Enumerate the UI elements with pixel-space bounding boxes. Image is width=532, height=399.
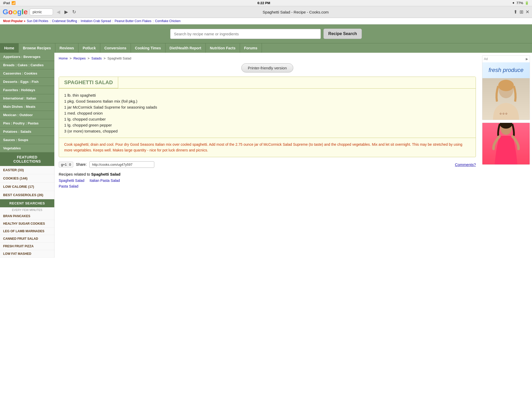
ingredients-list: 1 lb. thin spaghetti 1 pkg. Good Seasons… — [64, 92, 470, 134]
popular-bar: Most Popular » Sun Dill Pickles : Crabme… — [0, 18, 532, 24]
comments-link[interactable]: Comments? — [455, 162, 476, 167]
nav-reviews[interactable]: Reviews — [55, 43, 78, 53]
ad-block-pink-dress — [482, 123, 530, 165]
sidebar-cat-main-dishes[interactable]: Main Dishes : Meats — [0, 103, 54, 111]
related-links: Spaghetti Salad Italian Pasta Salad — [59, 178, 476, 183]
status-left: iPad 📶 — [3, 1, 16, 5]
gplus-count: 0 — [68, 163, 71, 167]
sidebar-cat-sauces[interactable]: Sauces : Soups — [0, 136, 54, 144]
nav-browse-recipes[interactable]: Browse Recipes — [19, 43, 55, 53]
browser-actions: ⬆ ⊞ ✕ — [514, 9, 529, 15]
back-button[interactable]: ◀ — [55, 9, 62, 15]
popular-link-0[interactable]: Sun Dill Pickles — [27, 19, 48, 23]
popular-link-3[interactable]: Peanut Butter Corn Flakes — [115, 19, 151, 23]
sidebar-collection-easter[interactable]: EASTER (33) — [0, 166, 54, 174]
recipe-title: SPAGHETTI SALAD — [59, 77, 476, 89]
sidebar-collection-best-casseroles[interactable]: BEST CASSEROLES (26) — [0, 191, 54, 199]
status-time: 6:22 PM — [257, 1, 270, 5]
ad-header-1: Ad ▶ — [482, 56, 530, 62]
ingredient-5: 1 lg. chopped green pepper — [64, 122, 470, 128]
sidebar-featured-label: FEATUREDCOLLECTIONS — [0, 152, 54, 166]
sidebar-search-fresh-fruit[interactable]: FRESH FRUIT PIZZA — [0, 243, 54, 250]
popular-link-1[interactable]: Crabmeat Stuffing — [52, 19, 77, 23]
fresh-produce-text: fresh produce — [487, 66, 526, 74]
forward-button[interactable]: ▶ — [63, 9, 70, 15]
ad-person-image-1[interactable]: ✿ ✿ ✿ — [482, 78, 530, 120]
ingredient-6: 3 (or more) tomatoes, chopped — [64, 128, 470, 134]
sidebar-collection-cookies[interactable]: COOKIES (144) — [0, 174, 54, 183]
popular-link-4[interactable]: Cornflake Chicken — [155, 19, 181, 23]
sidebar-cat-casseroles[interactable]: Casseroles : Cookies — [0, 69, 54, 78]
nav-home[interactable]: Home — [0, 43, 19, 53]
recipe-search-button[interactable]: Recipe Search — [323, 29, 362, 39]
sidebar-cat-pies[interactable]: Pies : Poultry : Pastas — [0, 119, 54, 128]
ingredient-2: 1 jar McCormick Salad Supreme for season… — [64, 104, 470, 110]
sidebar-search-leg-of-lamb[interactable]: LEG OF LAMB MARINADES — [0, 228, 54, 235]
sidebar-cat-mexican[interactable]: Mexican : Outdoor — [0, 111, 54, 119]
sidebar-cat-potatoes[interactable]: Potatoes : Salads — [0, 128, 54, 136]
wifi-icon: 📶 — [11, 1, 16, 5]
nav-nutrition[interactable]: Nutrition Facts — [206, 43, 240, 53]
ingredient-4: 1 lg. chopped cucumber — [64, 116, 470, 122]
related-link-0[interactable]: Spaghetti Salad — [59, 178, 84, 183]
sidebar-cat-international[interactable]: International : Italian — [0, 94, 54, 103]
address-bar[interactable]: picnic — [30, 9, 53, 15]
nav-bar: Home Browse Recipes Reviews Potluck Conv… — [0, 43, 532, 53]
sidebar-cat-breads[interactable]: Breads : Cakes : Candies — [0, 61, 54, 69]
nav-potluck[interactable]: Potluck — [78, 43, 100, 53]
ad-close-icon[interactable]: ▶ — [526, 57, 528, 61]
breadcrumb-recipes[interactable]: Recipes — [74, 56, 86, 60]
right-sidebar: Ad ▶ fresh produce ✿ ✿ ✿ — [480, 53, 532, 258]
status-bar: iPad 📶 6:22 PM ✦ 77% 🔋 — [0, 0, 532, 6]
related-link-1[interactable]: Italian Pasta Salad — [90, 178, 120, 183]
nav-conversions[interactable]: Conversions — [100, 43, 131, 53]
share-url-input[interactable] — [89, 161, 154, 168]
sidebar-collection-low-calorie[interactable]: LOW CALORIE (17) — [0, 183, 54, 191]
share-bar: g+1 0 Share: Comments? — [59, 161, 476, 168]
gplus-label: g+1 — [61, 163, 67, 167]
fresh-produce-ad[interactable]: fresh produce — [482, 62, 530, 78]
sidebar-cat-appetizers[interactable]: Appetizers : Beverages — [0, 53, 54, 61]
sidebar-search-low-fat[interactable]: LOW FAT MASHED — [0, 250, 54, 258]
svg-point-1 — [498, 80, 514, 91]
ad-block-fresh-produce: Ad ▶ fresh produce ✿ ✿ ✿ — [482, 55, 530, 120]
sidebar-cat-vegetables[interactable]: Vegetables — [0, 144, 54, 152]
sidebar-search-bran-pancakes[interactable]: BRAN PANCAKES — [0, 212, 54, 220]
breadcrumb-home[interactable]: Home — [59, 56, 68, 60]
ingredient-0: 1 lb. thin spaghetti — [64, 92, 470, 98]
recipe-search-input[interactable] — [170, 29, 321, 39]
battery-label: 77% — [516, 1, 523, 5]
status-right: ✦ 77% 🔋 — [512, 1, 529, 5]
browser-nav-buttons: ◀ ▶ ↻ — [55, 9, 78, 15]
sidebar-search-healthy-sugar-cookies[interactable]: HEALTHY SUGAR COOKIES — [0, 220, 54, 228]
sidebar-recent-sub: EVERY FEW MINUTES — [0, 207, 54, 212]
close-tab-button[interactable]: ✕ — [526, 9, 529, 15]
related-label: Recipes related to — [59, 172, 90, 176]
popular-link-2[interactable]: Imitation Crab Spread — [81, 19, 111, 23]
gplus-button[interactable]: g+1 0 — [59, 162, 73, 168]
recipe-ingredients: 1 lb. thin spaghetti 1 pkg. Good Seasons… — [59, 89, 476, 138]
breadcrumb-salads[interactable]: Salads — [91, 56, 102, 60]
sidebar-cat-favorites[interactable]: Favorites : Holidays — [0, 86, 54, 94]
sidebar-cat-desserts[interactable]: Desserts : Eggs : Fish — [0, 78, 54, 86]
share-button[interactable]: ⬆ — [514, 9, 517, 15]
nav-forums[interactable]: Forums — [240, 43, 262, 53]
refresh-button[interactable]: ↻ — [71, 9, 78, 15]
recipe-instructions: Cook spaghetti; drain and cool. Pour dry… — [59, 138, 476, 157]
nav-cooking-times[interactable]: Cooking Times — [131, 43, 165, 53]
related-link-2[interactable]: Pasta Salad — [59, 184, 78, 188]
printer-friendly-button[interactable]: Printer-friendly version — [241, 63, 293, 72]
related-section: Recipes related to Spaghetti Salad — [59, 172, 476, 176]
main-layout: Appetizers : Beverages Breads : Cakes : … — [0, 53, 532, 258]
ad-person-image-2[interactable] — [482, 123, 530, 164]
ingredient-1: 1 pkg. Good Seasons Italian mix (foil pk… — [64, 98, 470, 104]
sidebar-search-canned-fruit[interactable]: CANNED FRUIT SALAD — [0, 235, 54, 243]
sidebar-categories: Appetizers : Beverages Breads : Cakes : … — [0, 53, 54, 152]
related-recipe-name: Spaghetti Salad — [91, 172, 121, 176]
breadcrumb: Home > Recipes > Salads > Spaghetti Sala… — [59, 56, 476, 60]
nav-diet-health[interactable]: Diet/Health Report — [165, 43, 206, 53]
google-logo: Google — [3, 8, 28, 16]
ipad-label: iPad — [3, 1, 10, 5]
tab-overview-button[interactable]: ⊞ — [520, 9, 523, 15]
battery-icon: 🔋 — [525, 1, 529, 5]
